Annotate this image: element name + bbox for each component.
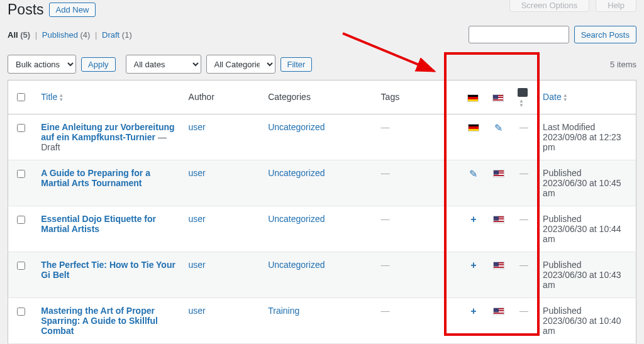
tags-value: —: [381, 122, 390, 132]
post-title-link[interactable]: Eine Anleitung zur Vorbereitung auf ein …: [41, 122, 174, 142]
status-published[interactable]: Published (4): [42, 30, 91, 40]
row-checkbox[interactable]: [17, 262, 25, 270]
bulk-actions-select[interactable]: Bulk actions: [8, 55, 76, 74]
col-categories: Categories: [262, 80, 374, 114]
search-input[interactable]: [469, 26, 569, 43]
table-row: Mastering the Art of Proper Sparring: A …: [8, 297, 636, 343]
category-link[interactable]: Uncategorized: [268, 168, 325, 178]
row-checkbox[interactable]: [17, 124, 25, 132]
add-new-button[interactable]: Add New: [49, 3, 96, 17]
author-link[interactable]: user: [189, 122, 206, 132]
search-button[interactable]: Search Posts: [574, 26, 636, 43]
flag-us-icon[interactable]: [493, 262, 504, 269]
date-status: Published: [543, 260, 630, 270]
date-status: Published: [543, 168, 630, 178]
table-row: Essential Dojo Etiquette for Martial Art…: [8, 206, 636, 252]
tags-value: —: [381, 168, 390, 178]
table-row: Eine Anleitung zur Vorbereitung auf ein …: [8, 114, 636, 160]
items-count: 5 items: [610, 60, 636, 69]
post-title-link[interactable]: Mastering the Art of Proper Sparring: A …: [41, 306, 158, 336]
row-checkbox[interactable]: [17, 216, 25, 224]
page-title: Posts: [8, 1, 44, 18]
date-value: 2023/06/30 at 10:40 am: [543, 316, 630, 336]
col-date[interactable]: Date▲▼: [536, 80, 636, 114]
comments-value: —: [519, 306, 528, 316]
sort-icon: ▲▼: [519, 99, 524, 108]
post-title-link[interactable]: A Guide to Preparing for a Martial Arts …: [41, 168, 150, 188]
tags-value: —: [381, 214, 390, 224]
row-checkbox[interactable]: [17, 170, 25, 178]
row-checkbox[interactable]: [17, 308, 25, 316]
table-row: The Perfect Tie: How to Tie Your Gi Belt…: [8, 252, 636, 297]
author-link[interactable]: user: [189, 306, 206, 316]
date-status: Last Modified: [543, 122, 630, 132]
category-link[interactable]: Uncategorized: [268, 260, 325, 270]
col-title[interactable]: Title▲▼: [35, 80, 182, 114]
flag-us-icon: [492, 94, 504, 102]
sort-icon: ▲▼: [563, 93, 568, 102]
comments-value: —: [519, 214, 528, 224]
sort-icon: ▲▼: [58, 93, 64, 102]
help-button[interactable]: Help: [596, 0, 636, 12]
flag-de-icon[interactable]: [468, 124, 479, 131]
col-lang-de: [461, 80, 486, 114]
select-all-checkbox[interactable]: [17, 93, 25, 101]
comments-value: —: [519, 260, 528, 270]
plus-icon[interactable]: +: [470, 306, 476, 317]
date-value: 2023/06/30 at 10:45 am: [543, 178, 630, 198]
date-value: 2023/09/08 at 12:23 pm: [543, 132, 630, 152]
status-draft[interactable]: Draft (1): [102, 30, 132, 40]
comments-value: —: [519, 168, 528, 178]
date-status: Published: [543, 306, 630, 316]
status-all[interactable]: All (5): [8, 30, 30, 40]
plus-icon[interactable]: +: [470, 260, 476, 271]
date-status: Published: [543, 214, 630, 224]
post-title-link[interactable]: The Perfect Tie: How to Tie Your Gi Belt: [41, 260, 175, 280]
status-filters: All (5) | Published (4) | Draft (1): [8, 30, 132, 40]
filter-button[interactable]: Filter: [280, 57, 313, 72]
author-link[interactable]: user: [189, 260, 206, 270]
plus-icon[interactable]: +: [470, 214, 476, 225]
flag-us-icon[interactable]: [493, 308, 504, 315]
col-author: Author: [182, 80, 262, 114]
category-link[interactable]: Uncategorized: [268, 122, 325, 132]
comments-value: —: [519, 122, 528, 132]
tags-value: —: [381, 306, 390, 316]
col-lang-us: [486, 80, 511, 114]
author-link[interactable]: user: [189, 214, 206, 224]
category-link[interactable]: Uncategorized: [268, 214, 325, 224]
col-comments[interactable]: ▲▼: [511, 80, 536, 114]
dates-select[interactable]: All dates: [126, 55, 201, 74]
posts-table: Title▲▼ Author Categories Tags ▲▼ Date▲▼…: [8, 80, 636, 344]
flag-us-icon[interactable]: [493, 170, 504, 177]
pencil-icon[interactable]: ✎: [494, 122, 502, 134]
col-tags: Tags: [375, 80, 461, 114]
screen-options-button[interactable]: Screen Options: [509, 0, 590, 12]
pencil-icon[interactable]: ✎: [469, 168, 477, 180]
flag-us-icon[interactable]: [493, 216, 504, 223]
table-row: A Guide to Preparing for a Martial Arts …: [8, 160, 636, 206]
flag-de-icon: [467, 94, 479, 102]
post-title-link[interactable]: Essential Dojo Etiquette for Martial Art…: [41, 214, 156, 234]
comment-icon: [518, 88, 528, 97]
author-link[interactable]: user: [189, 168, 206, 178]
date-value: 2023/06/30 at 10:44 am: [543, 224, 630, 244]
apply-button[interactable]: Apply: [81, 57, 116, 72]
date-value: 2023/06/30 at 10:43 am: [543, 270, 630, 290]
category-link[interactable]: Training: [268, 306, 299, 316]
categories-select[interactable]: All Categories: [206, 55, 275, 74]
tags-value: —: [381, 260, 390, 270]
